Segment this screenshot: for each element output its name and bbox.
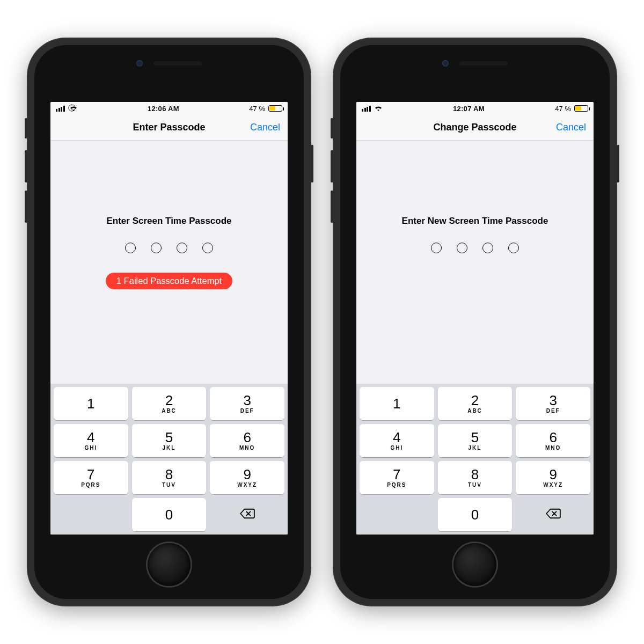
battery-icon — [268, 105, 282, 112]
passcode-prompt: Enter New Screen Time Passcode — [402, 216, 548, 226]
volume-down-button — [331, 191, 333, 223]
passcode-dot — [457, 243, 467, 253]
wifi-icon — [69, 105, 78, 113]
front-camera-icon — [442, 60, 449, 67]
keypad-3[interactable]: 3DEF — [516, 387, 590, 420]
phone-change-passcode: 12:07 AM 47 % Change Passcode Cancel Ent… — [333, 38, 617, 606]
passcode-dot — [151, 243, 162, 253]
status-time: 12:06 AM — [148, 105, 179, 113]
power-button — [617, 145, 619, 182]
status-bar: ⓘ 12:06 AM 47 % — [50, 102, 288, 115]
keypad-1[interactable]: 1 — [54, 387, 128, 420]
phone-top-hardware — [34, 60, 304, 67]
keypad-1[interactable]: 1 — [360, 387, 434, 420]
keypad-0[interactable]: 0 — [438, 498, 513, 531]
passcode-dot — [125, 243, 136, 253]
nav-title: Change Passcode — [433, 122, 516, 133]
phone-enter-passcode: ⓘ 12:06 AM 47 % Enter Passcode Cancel En… — [27, 38, 311, 606]
cancel-button[interactable]: Cancel — [556, 115, 586, 140]
nav-bar: Enter Passcode Cancel — [50, 115, 288, 141]
battery-icon — [574, 105, 588, 112]
phone-top-hardware — [340, 60, 610, 67]
keypad-6[interactable]: 6MNO — [210, 424, 284, 457]
nav-bar: Change Passcode Cancel — [356, 115, 594, 141]
keypad-3[interactable]: 3DEF — [210, 387, 284, 420]
keypad-4[interactable]: 4GHI — [360, 424, 434, 457]
backspace-icon — [545, 508, 561, 522]
wifi-icon — [374, 105, 383, 113]
keypad-5[interactable]: 5JKL — [438, 424, 513, 457]
keypad-9[interactable]: 9WXYZ — [210, 461, 284, 494]
keypad-blank — [360, 498, 434, 531]
passcode-content: Enter New Screen Time Passcode — [356, 141, 594, 384]
passcode-dot — [177, 243, 187, 253]
passcode-dot — [202, 243, 213, 253]
keypad-2[interactable]: 2ABC — [438, 387, 513, 420]
cellular-signal-icon — [362, 106, 371, 112]
earpiece-speaker-icon — [459, 61, 508, 65]
mute-switch — [25, 118, 27, 138]
volume-up-button — [25, 150, 27, 182]
power-button — [311, 145, 313, 182]
mute-switch — [331, 118, 333, 138]
cancel-button[interactable]: Cancel — [250, 115, 280, 140]
passcode-content: Enter Screen Time Passcode 1 Failed Pass… — [50, 141, 288, 384]
status-bar: 12:07 AM 47 % — [356, 102, 594, 115]
keypad-delete[interactable] — [516, 498, 590, 531]
keypad-5[interactable]: 5JKL — [132, 424, 207, 457]
passcode-prompt: Enter Screen Time Passcode — [106, 216, 231, 226]
keypad-6[interactable]: 6MNO — [516, 424, 590, 457]
front-camera-icon — [136, 60, 143, 67]
passcode-dot — [508, 243, 519, 253]
numeric-keypad: 1 2ABC 3DEF 4GHI 5JKL 6MNO 7PQRS 8TUV 9W… — [356, 384, 594, 535]
screen: 12:07 AM 47 % Change Passcode Cancel Ent… — [356, 102, 594, 535]
keypad-2[interactable]: 2ABC — [132, 387, 207, 420]
passcode-dot — [431, 243, 442, 253]
passcode-dot — [482, 243, 493, 253]
earpiece-speaker-icon — [153, 61, 202, 65]
keypad-7[interactable]: 7PQRS — [54, 461, 128, 494]
battery-percent: 47 % — [249, 105, 265, 113]
volume-up-button — [331, 150, 333, 182]
status-time: 12:07 AM — [453, 105, 485, 113]
battery-percent: 47 % — [555, 105, 571, 113]
passcode-dots — [431, 243, 519, 253]
keypad-4[interactable]: 4GHI — [54, 424, 128, 457]
home-button[interactable] — [453, 543, 496, 586]
keypad-0[interactable]: 0 — [132, 498, 207, 531]
keypad-blank — [54, 498, 128, 531]
keypad-8[interactable]: 8TUV — [438, 461, 513, 494]
numeric-keypad: 1 2ABC 3DEF 4GHI 5JKL 6MNO 7PQRS 8TUV 9W… — [50, 384, 288, 535]
cellular-signal-icon — [56, 106, 65, 112]
screen: ⓘ 12:06 AM 47 % Enter Passcode Cancel En… — [50, 102, 288, 535]
keypad-7[interactable]: 7PQRS — [360, 461, 434, 494]
backspace-icon — [239, 508, 255, 522]
passcode-dots — [125, 243, 213, 253]
volume-down-button — [25, 191, 27, 223]
failed-attempt-badge: 1 Failed Passcode Attempt — [106, 273, 232, 289]
keypad-delete[interactable] — [210, 498, 284, 531]
nav-title: Enter Passcode — [133, 122, 205, 133]
keypad-8[interactable]: 8TUV — [132, 461, 207, 494]
home-button[interactable] — [148, 543, 191, 586]
keypad-9[interactable]: 9WXYZ — [516, 461, 590, 494]
